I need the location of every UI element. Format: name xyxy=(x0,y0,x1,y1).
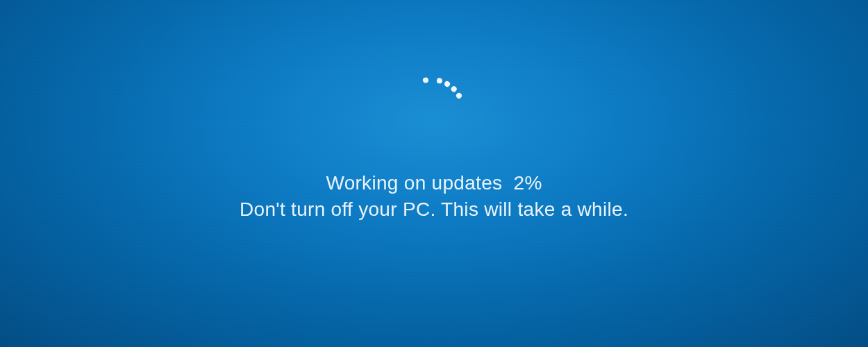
update-status-text: Working on updates xyxy=(326,172,502,194)
spinner-dot xyxy=(450,85,458,93)
update-message: Working on updates 2% Don't turn off you… xyxy=(0,172,868,221)
spinner-dot xyxy=(455,92,462,99)
spinner-dot xyxy=(436,78,442,84)
spinner-dot xyxy=(444,81,451,88)
spinner-dot xyxy=(422,77,429,84)
update-status-line: Working on updates 2% xyxy=(0,172,868,194)
spinner-icon xyxy=(403,83,465,146)
update-percent: 2% xyxy=(514,172,542,194)
update-warning-text: Don't turn off your PC. This will take a… xyxy=(0,198,868,221)
